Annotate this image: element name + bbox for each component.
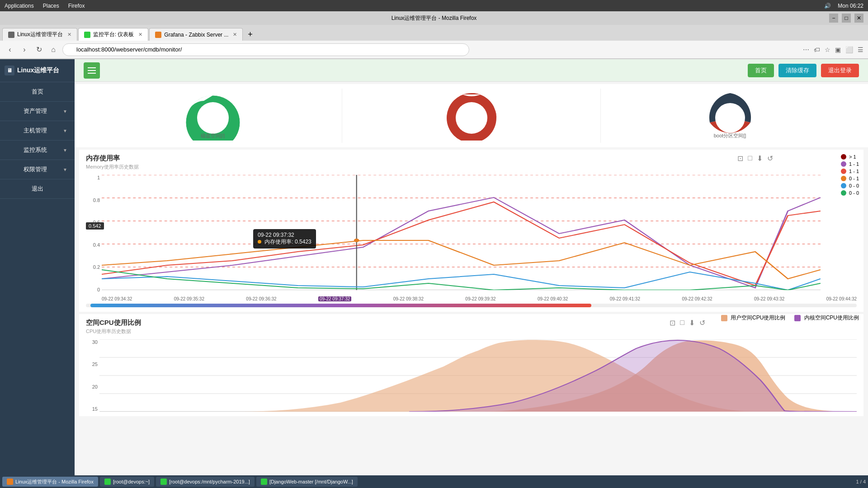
tab-monitor[interactable]: 监控平台: 仪表板 ✕ <box>78 28 149 41</box>
sidebar-toggle-icon[interactable]: ▣ <box>835 46 841 53</box>
browser-tabs: Linux运维管理平台 ✕ 监控平台: 仪表板 ✕ Grafana - Zabb… <box>0 25 868 41</box>
donut-boot: boot分区空间[] <box>601 89 859 143</box>
chart-tool-3[interactable]: ⬇ <box>757 154 763 163</box>
legend-label-2: 1 - 1 <box>849 161 859 167</box>
tab-close-linux[interactable]: ✕ <box>67 32 71 38</box>
browser-title: Linux运维管理平台 - Mozilla Firefox <box>392 14 477 22</box>
volume-icon[interactable]: 🔊 <box>824 3 831 9</box>
x-label-3: 09-22 09:37:32 <box>318 296 351 301</box>
reload-button[interactable]: ↻ <box>33 44 44 55</box>
chart-tool-1[interactable]: ⊡ <box>737 154 743 163</box>
legend-dot-2 <box>841 161 846 167</box>
cpu-legend-kernel-label: 内核空间CPU使用比例 <box>804 314 859 321</box>
content-area: 首页 清除缓存 退出登录 磁盘空间[/] <box>75 59 868 488</box>
sidebar-arrow-assets: ▼ <box>63 109 67 114</box>
cpu-y-30: 30 <box>92 339 98 345</box>
home-button[interactable]: 首页 <box>748 64 774 77</box>
tab-favicon-grafana <box>155 32 161 38</box>
new-tab-button[interactable]: + <box>244 28 256 41</box>
memory-chart-svg: ▶ 1 ▶ 0.8 ▶ 0.6 ▶ 0.4 ▶ 0.2 <box>102 175 821 290</box>
browser-title-bar: Linux运维管理平台 - Mozilla Firefox − □ ✕ <box>0 11 868 25</box>
address-input[interactable] <box>62 43 469 56</box>
memory-chart-toolbar: ⊡ □ ⬇ ↺ <box>737 154 773 163</box>
firefox-menu[interactable]: Firefox <box>68 3 85 9</box>
sidebar-label-monitor: 监控系统 <box>7 146 63 154</box>
cpu-tool-4[interactable]: ↺ <box>699 319 705 327</box>
donut-section: 磁盘空间[/] <box>75 84 868 147</box>
cursor-value-label: 0.542 <box>86 222 104 230</box>
taskbar-firefox-label: Linux运维管理平台 - Mozilla Firefox <box>15 479 94 485</box>
cpu-tool-3[interactable]: ⬇ <box>689 319 695 327</box>
legend-label-1: > 1 <box>849 154 856 160</box>
memory-y-labels: 1 0.8 0.6 0.4 0.2 0 <box>86 175 102 292</box>
x-label-4: 09-22 09:38:32 <box>393 296 424 301</box>
menu-icon[interactable]: ☰ <box>858 46 863 53</box>
sidebar-item-assets[interactable]: 资产管理 ▼ <box>0 102 75 121</box>
pocket-icon[interactable]: 🏷 <box>814 46 820 53</box>
fullscreen-icon[interactable]: ⬜ <box>845 46 853 53</box>
y-label-04: 0.4 <box>93 242 100 248</box>
back-button[interactable]: ‹ <box>5 44 15 55</box>
taskbar-firefox-icon <box>7 479 13 485</box>
cpu-y-15: 15 <box>92 406 98 412</box>
tab-label-grafana: Grafana - Zabbix Server ... <box>164 32 228 38</box>
tab-favicon-linux <box>8 32 14 38</box>
taskbar-terminal1-label: [root@devops:~] <box>113 479 150 484</box>
memory-chart-subtitle: Memory使用率历史数据 <box>86 164 857 170</box>
taskbar-item-terminal3[interactable]: [DjangoWeb-master [/mnt/DjangoW...] <box>256 477 358 487</box>
x-label-8: 09-22 09:42:32 <box>682 296 712 301</box>
address-bar: ‹ › ↻ ⌂ ⋯ 🏷 ☆ ▣ ⬜ ☰ <box>0 41 868 59</box>
legend-item-1: > 1 <box>841 154 859 160</box>
clear-cache-button[interactable]: 清除缓存 <box>778 64 816 77</box>
memory-chart-section: 内存使用率 Memory使用率历史数据 ⊡ □ ⬇ ↺ > 1 1 - 1 <box>79 150 863 312</box>
home-nav-button[interactable]: ⌂ <box>48 44 59 55</box>
star-icon[interactable]: ☆ <box>825 46 830 53</box>
x-label-9: 09-22 09:43:32 <box>754 296 784 301</box>
logout-button[interactable]: 退出登录 <box>821 64 859 77</box>
tab-close-grafana[interactable]: ✕ <box>233 32 237 38</box>
close-button[interactable]: ✕ <box>854 14 863 23</box>
cpu-tool-1[interactable]: ⊡ <box>670 319 675 327</box>
forward-button[interactable]: › <box>19 44 30 55</box>
sidebar-item-hosts[interactable]: 主机管理 ▼ <box>0 121 75 141</box>
sidebar-label-home: 首页 <box>7 88 67 96</box>
sidebar-item-perms[interactable]: 权限管理 ▼ <box>0 160 75 179</box>
cpu-legend-user: 用户空间CPU使用比例 <box>721 314 786 322</box>
restore-button[interactable]: □ <box>842 14 851 23</box>
window-controls: − □ ✕ <box>829 14 863 23</box>
x-label-6: 09-22 09:40:32 <box>538 296 568 301</box>
hamburger-line-1 <box>88 67 96 68</box>
chart-tool-4[interactable]: ↺ <box>767 154 773 163</box>
cpu-tool-2[interactable]: □ <box>680 319 684 327</box>
hamburger-line-3 <box>88 73 96 74</box>
taskbar-terminal2-label: [root@devops:/mnt/pycharm-2019...] <box>169 479 250 484</box>
taskbar-item-terminal1[interactable]: [root@devops:~] <box>100 477 154 487</box>
bookmarks-icon[interactable]: ⋯ <box>803 46 809 53</box>
os-bar: Applications Places Firefox 🔊 Mon 06:22 <box>0 0 868 11</box>
taskbar-page-indicator: 1 / 4 <box>856 479 866 484</box>
cpu-legend-kernel-dot <box>794 315 801 321</box>
sidebar-item-home[interactable]: 首页 <box>0 82 75 102</box>
logo-icon: 🖥 <box>5 66 14 75</box>
tab-grafana[interactable]: Grafana - Zabbix Server ... ✕ <box>149 28 243 41</box>
sidebar-item-monitor[interactable]: 监控系统 ▼ <box>0 141 75 160</box>
hamburger-button[interactable] <box>84 62 100 79</box>
tab-close-monitor[interactable]: ✕ <box>138 32 142 38</box>
places-menu[interactable]: Places <box>43 3 59 9</box>
cpu-chart-area: 30 25 20 15 <box>86 339 857 412</box>
memory-chart-scrollbar[interactable] <box>86 304 857 307</box>
browser-chrome: Linux运维管理平台 - Mozilla Firefox − □ ✕ Linu… <box>0 11 868 59</box>
tab-linux[interactable]: Linux运维管理平台 ✕ <box>2 28 77 41</box>
taskbar-item-firefox[interactable]: Linux运维管理平台 - Mozilla Firefox <box>2 477 98 487</box>
y-label-02: 0.2 <box>93 264 100 270</box>
cpu-y-25: 25 <box>92 361 98 367</box>
applications-menu[interactable]: Applications <box>5 3 34 9</box>
chart-tool-2[interactable]: □ <box>748 154 752 163</box>
taskbar-item-terminal2[interactable]: [root@devops:/mnt/pycharm-2019...] <box>156 477 255 487</box>
cpu-chart-subtitle: CPU使用率历史数据 <box>86 328 857 335</box>
scrollbar-thumb <box>90 304 591 307</box>
x-label-5: 09-22 09:39:32 <box>465 296 495 301</box>
taskbar-terminal1-icon <box>104 479 111 485</box>
sidebar-item-logout[interactable]: 退出 <box>0 179 75 199</box>
minimize-button[interactable]: − <box>829 14 838 23</box>
